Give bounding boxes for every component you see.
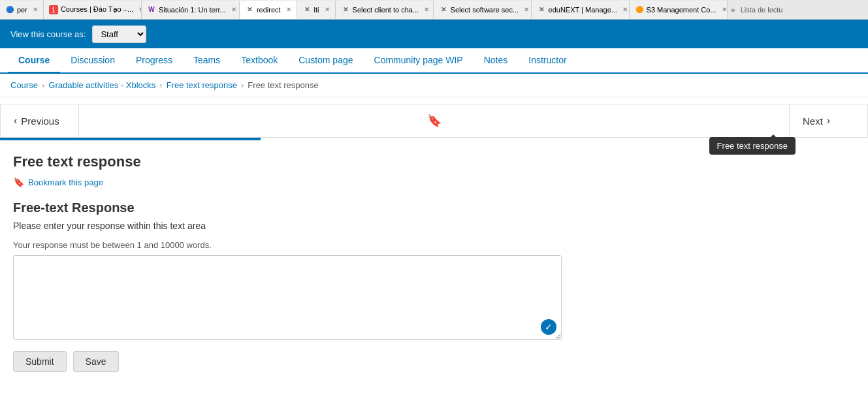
breadcrumb-free-text-link[interactable]: Free text response [167, 80, 237, 90]
breadcrumb: Course › Gradable activities - Xblocks ›… [0, 74, 868, 97]
tab-community[interactable]: Community page WIP [364, 48, 474, 74]
tab-select-software[interactable]: ✕ Select software sec... ✕ [434, 1, 532, 19]
tab-select-client-favicon: ✕ [341, 5, 350, 14]
word-count-hint: Your response must be between 1 and 1000… [13, 240, 705, 250]
tab-lti-close[interactable]: ✕ [325, 6, 330, 13]
tab-lti-favicon: ✕ [302, 5, 312, 14]
tab-s3-label: S3 Management Co... [647, 6, 716, 14]
tab-redirect[interactable]: ✕ redirect ✕ [240, 1, 297, 19]
tab-s3-close[interactable]: ✕ [722, 6, 727, 13]
main-content: Free text response VIEW UNIT IN STUDIO 🔖… [0, 140, 718, 385]
tab-custom-page[interactable]: Custom page [288, 48, 363, 74]
tab-s3-favicon: 🟠 [635, 5, 644, 14]
prev-arrow-icon: ‹ [14, 115, 17, 127]
submit-button[interactable]: Submit [13, 351, 67, 372]
browser-tab-bar: 🔵 per ✕ 1 Courses | Đào Tạo –... ✕ W Sit… [0, 0, 868, 20]
tab-courses[interactable]: 1 Courses | Đào Tạo –... ✕ [44, 1, 142, 19]
breadcrumb-sep-2: › [159, 80, 162, 90]
unit-nav-tooltip: Free text response [709, 137, 796, 155]
tab-select-software-favicon: ✕ [439, 5, 448, 14]
tab-lti-label: lti [314, 6, 319, 14]
tab-per-label: per [17, 6, 27, 14]
tab-notes[interactable]: Notes [474, 48, 519, 74]
section-title: Free-text Response [13, 200, 705, 215]
next-label: Next [803, 116, 823, 127]
tab-situacion[interactable]: W Situación 1: Un terr... ✕ [142, 1, 240, 19]
textarea-wrapper: ✓ [13, 255, 562, 340]
prev-button[interactable]: ‹ Previous [1, 104, 79, 137]
tab-instructor[interactable]: Instructor [518, 48, 577, 74]
unit-navigation: ‹ Previous 🔖 Next › Free text response [0, 104, 868, 138]
bookmark-icon: 🔖 [427, 114, 442, 128]
section-description: Please enter your response within this t… [13, 221, 705, 231]
breadcrumb-course[interactable]: Course [10, 80, 38, 90]
breadcrumb-gradable[interactable]: Gradable activities - Xblocks [48, 80, 155, 90]
tab-select-software-close[interactable]: ✕ [524, 6, 529, 13]
tab-teams[interactable]: Teams [183, 48, 231, 74]
tab-overflow-icon: » [731, 6, 735, 14]
tab-progress[interactable]: Progress [125, 48, 183, 74]
page-title: Free text response [13, 153, 141, 170]
tab-edunext[interactable]: ✕ eduNEXT | Manage... ✕ [532, 1, 630, 19]
bookmark-link-label: Bookmark this page [28, 178, 103, 187]
breadcrumb-current: Free text response [248, 80, 318, 90]
breadcrumb-sep-3: › [241, 80, 244, 90]
tab-edunext-close[interactable]: ✕ [622, 6, 628, 13]
action-buttons: Submit Save [13, 351, 705, 372]
check-icon: ✓ [541, 319, 556, 335]
tab-edunext-favicon: ✕ [537, 5, 546, 14]
tab-textbook[interactable]: Textbook [231, 48, 288, 74]
tab-per-close[interactable]: ✕ [33, 6, 38, 13]
tab-edunext-label: eduNEXT | Manage... [549, 6, 617, 14]
tab-select-client-close[interactable]: ✕ [424, 6, 429, 13]
bookmark-flag-icon: 🔖 [13, 177, 24, 187]
view-as-label: View this course as: [10, 29, 86, 39]
tab-select-client-label: Select client to cha... [353, 6, 419, 14]
prev-label: Previous [21, 116, 59, 127]
tab-course[interactable]: Course [8, 48, 60, 74]
next-button[interactable]: Next › [789, 104, 867, 137]
nav-center: 🔖 [79, 104, 789, 137]
tab-situacion-favicon: W [147, 5, 156, 14]
course-view-bar: View this course as: Staff Student Audit [0, 20, 868, 48]
tab-courses-favicon: 1 [49, 5, 58, 14]
tab-lti[interactable]: ✕ lti ✕ [297, 1, 336, 19]
course-nav-tabs: Course Discussion Progress Teams Textboo… [0, 48, 868, 74]
save-button[interactable]: Save [73, 351, 119, 372]
next-arrow-icon: › [827, 115, 830, 127]
tooltip-text: Free text response [717, 141, 788, 151]
lista-lectura-label: Lista de lectu [741, 6, 783, 14]
tab-redirect-label: redirect [257, 6, 281, 14]
view-as-select[interactable]: Staff Student Audit [92, 25, 146, 43]
tab-situacion-label: Situación 1: Un terr... [159, 6, 226, 14]
tab-redirect-favicon: ✕ [245, 5, 254, 14]
tab-situacion-close[interactable]: ✕ [231, 6, 236, 13]
tab-s3[interactable]: 🟠 S3 Management Co... ✕ [630, 1, 728, 19]
bookmark-this-page-link[interactable]: 🔖 Bookmark this page [13, 177, 705, 187]
tab-per-favicon: 🔵 [5, 5, 14, 14]
breadcrumb-sep-1: › [42, 80, 44, 90]
tab-courses-label: Courses | Đào Tạo –... [61, 5, 133, 14]
tab-discussion[interactable]: Discussion [60, 48, 125, 74]
response-textarea[interactable] [13, 255, 562, 340]
tab-select-client[interactable]: ✕ Select client to cha... ✕ [336, 1, 434, 19]
tab-bar-overflow[interactable]: » Lista de lectu [728, 6, 787, 14]
tab-select-software-label: Select software sec... [451, 6, 519, 14]
tab-per[interactable]: 🔵 per ✕ [0, 1, 44, 19]
tab-redirect-close[interactable]: ✕ [286, 6, 291, 13]
